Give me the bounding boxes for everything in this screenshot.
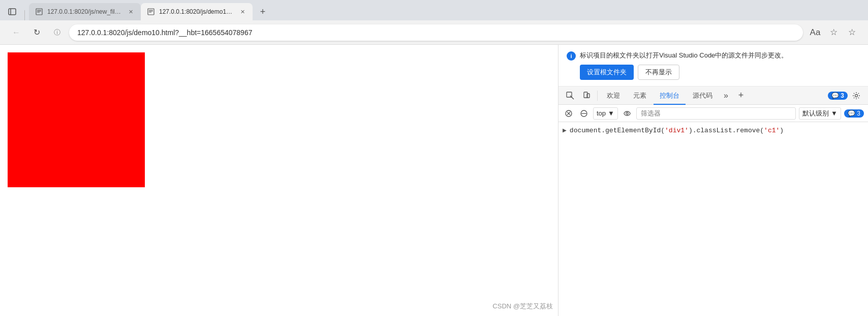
- tab-welcome[interactable]: 欢迎: [601, 87, 626, 105]
- tab-elements[interactable]: 元素: [627, 87, 653, 105]
- svg-point-19: [624, 111, 630, 116]
- browser-tab-1[interactable]: 127.0.0.1:8020/js/new_file.html?... ✕: [29, 3, 141, 20]
- tab2-favicon: [147, 8, 155, 16]
- watermark-text: CSDN @芝芝又荔枝: [492, 302, 553, 311]
- log-level-selector[interactable]: 默认级别 ▼: [799, 107, 841, 120]
- devtools-tab-bar: 欢迎 元素 控制台 源代码 » + 💬 3: [559, 87, 868, 105]
- console-line-1: ▶ document.getElementById('div1').classL…: [559, 124, 868, 136]
- new-tab-button[interactable]: +: [255, 3, 271, 20]
- console-badge-count: 3: [857, 110, 860, 117]
- svg-rect-0: [9, 9, 16, 15]
- svg-point-13: [855, 94, 858, 97]
- address-input[interactable]: [69, 24, 803, 41]
- tab1-title: 127.0.0.1:8020/js/new_file.html?...: [47, 8, 122, 15]
- console-message-badge: 💬 3: [828, 92, 848, 100]
- webpage-content: CSDN @芝芝又荔枝: [0, 45, 558, 316]
- setup-root-button[interactable]: 设置根文件夹: [580, 65, 634, 80]
- add-tab-button[interactable]: +: [733, 88, 749, 103]
- devtools-panel: i 标识项目的根文件夹以打开Visual Studio Code中的源文件并同步…: [558, 45, 868, 316]
- address-right-buttons: Aa ☆ ☆: [807, 24, 860, 41]
- content-area: CSDN @芝芝又荔枝 i 标识项目的根文件夹以打开Visual Studio …: [0, 45, 868, 316]
- svg-point-20: [626, 112, 628, 114]
- badge-count: 3: [841, 92, 844, 99]
- tab-bar: 127.0.0.1:8020/js/new_file.html?... ✕ 12…: [0, 0, 868, 20]
- address-bar: ← ↻ ⓘ Aa ☆ ☆: [0, 20, 868, 45]
- browser-window: 127.0.0.1:8020/js/new_file.html?... ✕ 12…: [0, 0, 868, 316]
- refresh-button[interactable]: ↻: [28, 24, 45, 41]
- info-message: i 标识项目的根文件夹以打开Visual Studio Code中的源文件并同步…: [567, 51, 860, 61]
- dismiss-button[interactable]: 不再显示: [638, 65, 679, 80]
- context-label: top: [597, 109, 606, 117]
- tab2-close-icon[interactable]: ✕: [238, 8, 246, 16]
- clear-console-icon[interactable]: [563, 107, 575, 120]
- console-code-text: document.getElementById('div1').classLis…: [570, 127, 784, 134]
- tabs-separator: [597, 91, 598, 101]
- red-rectangle: [8, 52, 145, 187]
- tab1-close-icon[interactable]: ✕: [127, 8, 135, 16]
- devtools-inspect-icon[interactable]: [563, 88, 578, 103]
- log-level-dropdown-icon: ▼: [831, 109, 838, 117]
- sidebar-toggle-icon[interactable]: [4, 3, 20, 20]
- info-action-buttons: 设置根文件夹 不再显示: [580, 65, 860, 80]
- info-button[interactable]: ⓘ: [49, 24, 65, 41]
- info-message-text: 标识项目的根文件夹以打开Visual Studio Code中的源文件并同步更改…: [580, 51, 788, 60]
- badge-icon: 💬: [831, 92, 839, 99]
- console-filter-input[interactable]: [636, 107, 796, 120]
- back-button[interactable]: ←: [8, 24, 24, 41]
- browser-tab-2[interactable]: 127.0.0.1:8020/js/demo10.html?... ✕: [141, 3, 253, 20]
- devtools-settings-icon[interactable]: [849, 88, 864, 103]
- eye-icon[interactable]: [621, 107, 633, 120]
- svg-rect-2: [36, 9, 42, 15]
- tab-console[interactable]: 控制台: [654, 87, 686, 105]
- tab1-favicon: [35, 8, 43, 16]
- translate-icon[interactable]: Aa: [807, 24, 823, 41]
- tab-sources[interactable]: 源代码: [687, 87, 719, 105]
- devtools-device-icon[interactable]: [579, 88, 594, 103]
- console-badge-icon: 💬: [848, 110, 855, 117]
- block-icon[interactable]: [578, 107, 590, 120]
- context-selector[interactable]: top ▼: [593, 107, 618, 120]
- more-tabs-button[interactable]: »: [720, 87, 732, 105]
- collections-icon[interactable]: ☆: [844, 24, 860, 41]
- info-banner: i 标识项目的根文件夹以打开Visual Studio Code中的源文件并同步…: [559, 45, 868, 87]
- context-dropdown-icon: ▼: [608, 109, 614, 117]
- console-expand-icon[interactable]: ▶: [563, 126, 567, 134]
- favorites-icon[interactable]: ☆: [825, 24, 842, 41]
- console-toolbar: top ▼ 默认级别 ▼ 💬 3: [559, 105, 868, 122]
- console-count-badge: 💬 3: [844, 109, 864, 118]
- svg-rect-6: [148, 9, 154, 15]
- info-icon: i: [567, 51, 576, 61]
- tab2-title: 127.0.0.1:8020/js/demo10.html?...: [159, 8, 234, 15]
- console-output: ▶ document.getElementById('div1').classL…: [559, 122, 868, 316]
- log-level-label: 默认级别: [802, 109, 829, 118]
